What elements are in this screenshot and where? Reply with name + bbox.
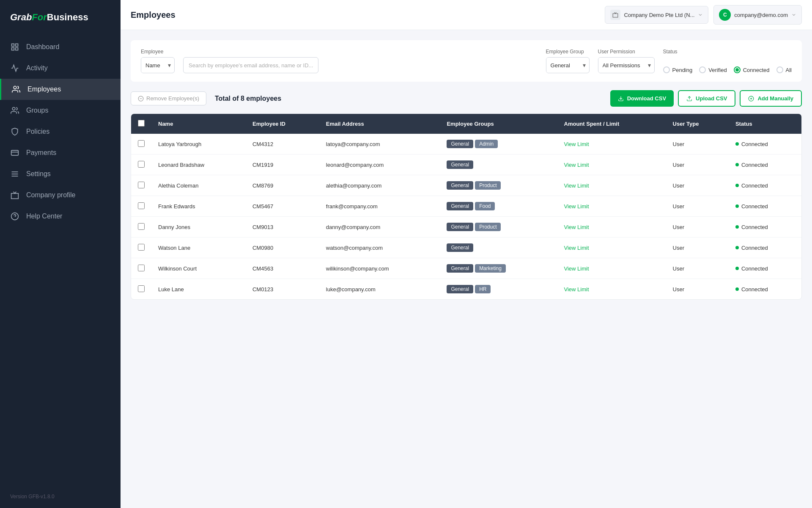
sidebar-item-help-center[interactable]: Help Center [0, 206, 121, 227]
employee-select-wrap: Name Email ID ▾ [141, 57, 175, 73]
status-verified[interactable]: Verified [699, 66, 727, 73]
amount-limit[interactable]: View Limit [557, 258, 666, 279]
view-limit-link[interactable]: View Limit [564, 265, 589, 272]
permission-select[interactable]: All Permissions Admin User [598, 58, 645, 73]
download-csv-button[interactable]: Download CSV [610, 90, 674, 107]
radio-pending [663, 66, 670, 73]
row-checkbox-cell[interactable] [131, 217, 151, 237]
row-checkbox[interactable] [138, 244, 145, 251]
view-limit-link[interactable]: View Limit [564, 141, 589, 147]
employee-filter-label: Employee [141, 49, 175, 55]
table-row: Alethia ColemanCM8769alethia@company.com… [131, 175, 801, 196]
group-tag: Product [475, 181, 501, 190]
sidebar-item-label: Employees [27, 86, 61, 93]
row-checkbox-cell[interactable] [131, 196, 151, 217]
search-input[interactable] [183, 57, 318, 73]
view-limit-link[interactable]: View Limit [564, 162, 589, 168]
user-email: company@demo.com [734, 12, 788, 18]
employee-groups: GeneralFood [440, 196, 557, 217]
view-limit-link[interactable]: View Limit [564, 224, 589, 230]
row-checkbox[interactable] [138, 182, 145, 188]
select-all-checkbox[interactable] [138, 120, 145, 127]
add-manually-button[interactable]: Add Manually [740, 90, 802, 107]
employee-groups: GeneralProduct [440, 175, 557, 196]
view-limit-link[interactable]: View Limit [564, 203, 589, 210]
group-tag: Marketing [475, 264, 506, 273]
search-filter-label [183, 49, 538, 55]
company-icon [10, 190, 19, 200]
amount-limit[interactable]: View Limit [557, 279, 666, 300]
employee-select[interactable]: Name Email ID [141, 58, 165, 73]
amount-limit[interactable]: View Limit [557, 196, 666, 217]
amount-limit[interactable]: View Limit [557, 175, 666, 196]
user-type: User [666, 217, 729, 237]
upload-csv-button[interactable]: Upload CSV [678, 90, 735, 107]
sidebar-item-payments[interactable]: Payments [0, 142, 121, 163]
row-checkbox[interactable] [138, 223, 145, 230]
remove-employees-button[interactable]: Remove Employee(s) [131, 91, 206, 105]
sidebar-item-label: Settings [26, 170, 51, 178]
sidebar-item-settings[interactable]: Settings [0, 163, 121, 185]
sidebar-item-dashboard[interactable]: Dashboard [0, 36, 121, 58]
amount-limit[interactable]: View Limit [557, 237, 666, 258]
avatar: C [719, 9, 731, 21]
table-row: Latoya YarbroughCM4312latoya@company.com… [131, 134, 801, 155]
status-pending[interactable]: Pending [663, 66, 693, 73]
topbar: Employees Company Demo Pte Ltd (N... C c… [121, 0, 812, 30]
employee-id: CM0123 [246, 279, 319, 300]
row-checkbox-cell[interactable] [131, 155, 151, 175]
email-selector[interactable]: C company@demo.com [713, 5, 802, 25]
amount-limit[interactable]: View Limit [557, 155, 666, 175]
row-checkbox[interactable] [138, 265, 145, 271]
app-logo: GrabForBusiness [0, 0, 121, 36]
status-filter-group: Status Pending Verified Connected [663, 49, 792, 73]
sidebar-item-groups[interactable]: Groups [0, 100, 121, 121]
group-tag: General [447, 285, 473, 293]
settings-icon [10, 169, 19, 179]
sidebar-item-policies[interactable]: Policies [0, 121, 121, 142]
employee-email: latoya@company.com [319, 134, 440, 155]
employee-groups: GeneralMarketing [440, 258, 557, 279]
row-checkbox[interactable] [138, 285, 145, 292]
group-tag: General [447, 223, 473, 231]
permission-filter-group: User Permission All Permissions Admin Us… [598, 49, 655, 73]
row-checkbox-cell[interactable] [131, 237, 151, 258]
total-employees-label: Total of 8 employees [215, 95, 281, 102]
view-limit-link[interactable]: View Limit [564, 245, 589, 251]
view-limit-link[interactable]: View Limit [564, 286, 589, 293]
group-select-wrap: General Admin Product Food Marketing HR … [546, 57, 590, 73]
status-cell: Connected [729, 134, 801, 155]
amount-limit[interactable]: View Limit [557, 217, 666, 237]
employee-id: CM4563 [246, 258, 319, 279]
company-selector[interactable]: Company Demo Pte Ltd (N... [605, 6, 708, 24]
group-select[interactable]: General Admin Product Food Marketing HR [546, 58, 579, 73]
row-checkbox-cell[interactable] [131, 134, 151, 155]
group-tag: General [447, 243, 473, 252]
status-all[interactable]: All [776, 66, 792, 73]
row-checkbox-cell[interactable] [131, 258, 151, 279]
row-checkbox[interactable] [138, 202, 145, 209]
view-limit-link[interactable]: View Limit [564, 182, 589, 189]
row-checkbox-cell[interactable] [131, 175, 151, 196]
sidebar-item-employees[interactable]: Employees [0, 79, 121, 100]
sidebar-item-company-profile[interactable]: Company profile [0, 185, 121, 206]
sidebar-item-activity[interactable]: Activity [0, 58, 121, 79]
amount-limit[interactable]: View Limit [557, 134, 666, 155]
row-checkbox[interactable] [138, 140, 145, 147]
employee-email: watson@company.com [319, 237, 440, 258]
sidebar-item-label: Dashboard [26, 43, 59, 51]
svg-rect-1 [16, 44, 18, 47]
upload-icon [686, 96, 692, 102]
row-checkbox-cell[interactable] [131, 279, 151, 300]
status-badge: Connected [735, 162, 795, 168]
status-text: Connected [741, 162, 768, 168]
col-email: Email Address [319, 114, 440, 134]
status-text: Connected [741, 265, 768, 272]
status-connected[interactable]: Connected [734, 66, 770, 73]
table-row: Danny JonesCM9013danny@company.comGenera… [131, 217, 801, 237]
content-area: Employee Name Email ID ▾ Employee Group [121, 30, 812, 508]
status-text: Connected [741, 245, 768, 251]
employees-table-wrap: Name Employee ID Email Address Employee … [131, 113, 802, 300]
row-checkbox[interactable] [138, 161, 145, 168]
select-all-cell[interactable] [131, 114, 151, 134]
